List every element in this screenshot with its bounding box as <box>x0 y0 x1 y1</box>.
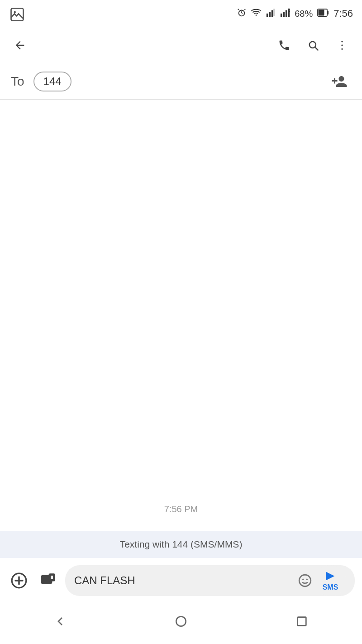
nav-home-button[interactable] <box>167 608 195 635</box>
recipient-chip[interactable]: 144 <box>33 72 71 91</box>
compose-input-wrap: SMS <box>65 565 355 596</box>
svg-rect-11 <box>273 9 275 16</box>
svg-rect-18 <box>327 11 329 14</box>
attach-button[interactable] <box>36 569 60 592</box>
gallery-icon <box>9 6 25 24</box>
svg-rect-14 <box>286 10 287 17</box>
svg-point-7 <box>256 14 257 16</box>
svg-point-21 <box>341 44 343 46</box>
compose-input[interactable] <box>74 574 295 587</box>
signal2-icon: R <box>280 8 290 19</box>
svg-rect-13 <box>283 12 285 17</box>
svg-rect-8 <box>267 14 268 17</box>
recipient-row: To 144 <box>0 63 362 100</box>
svg-point-30 <box>299 575 311 586</box>
svg-point-32 <box>306 578 308 580</box>
back-button[interactable] <box>9 34 31 56</box>
svg-text:R: R <box>288 9 291 13</box>
svg-line-5 <box>238 9 239 10</box>
recipient-number: 144 <box>43 75 62 88</box>
add-contact-button[interactable] <box>328 70 351 93</box>
search-button[interactable] <box>302 34 324 56</box>
battery-percent: 68% <box>295 9 313 19</box>
svg-point-31 <box>302 578 304 580</box>
nav-bar <box>0 603 362 644</box>
sms-notice-bar: Texting with 144 (SMS/MMS) <box>0 531 362 558</box>
svg-rect-10 <box>272 10 273 17</box>
svg-rect-9 <box>269 12 271 17</box>
send-button[interactable]: SMS <box>315 565 346 596</box>
status-time: 7:56 <box>333 8 353 19</box>
more-options-button[interactable] <box>331 34 353 56</box>
status-bar: R 68% 7:56 <box>0 0 362 27</box>
emoji-button[interactable] <box>295 571 315 591</box>
svg-rect-27 <box>44 578 49 583</box>
compose-row: SMS <box>0 558 362 603</box>
message-timestamp: 7:56 PM <box>164 504 198 514</box>
svg-rect-34 <box>297 617 306 626</box>
svg-rect-19 <box>319 10 324 16</box>
svg-rect-12 <box>281 14 282 17</box>
message-area: 7:56 PM <box>0 100 362 531</box>
svg-point-20 <box>341 41 343 43</box>
toolbar <box>0 27 362 63</box>
to-label: To <box>11 74 24 89</box>
sms-notice-text: Texting with 144 (SMS/MMS) <box>120 539 243 549</box>
signal-icon <box>266 8 276 19</box>
svg-line-6 <box>245 9 246 10</box>
call-button[interactable] <box>273 34 295 56</box>
svg-point-22 <box>341 48 343 50</box>
battery-icon <box>317 8 329 19</box>
alarm-icon <box>237 8 247 19</box>
svg-point-1 <box>14 11 16 14</box>
svg-point-33 <box>176 616 186 626</box>
svg-rect-29 <box>51 575 53 580</box>
send-label: SMS <box>323 583 338 591</box>
nav-recent-button[interactable] <box>288 608 315 635</box>
nav-back-button[interactable] <box>47 608 74 635</box>
add-button[interactable] <box>7 569 31 592</box>
wifi-icon <box>251 8 261 19</box>
